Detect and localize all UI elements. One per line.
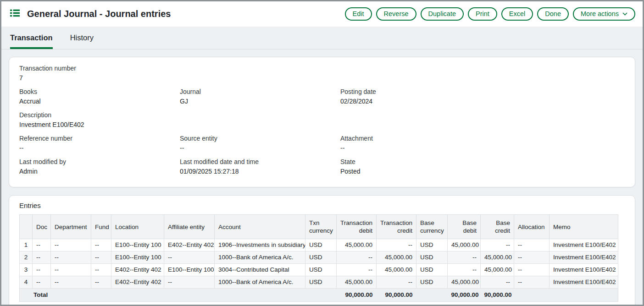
done-button[interactable]: Done	[537, 7, 569, 21]
field-description: DescriptionInvestment E100/E402	[19, 111, 180, 129]
table-row: 2------E100--Entity 100--1000--Bank of A…	[20, 251, 618, 264]
field-label: State	[340, 158, 625, 166]
field-label: Source entity	[180, 135, 340, 142]
field-value: Posted	[340, 168, 625, 175]
cell-location: E402--Entity 402	[111, 276, 164, 289]
col-txn_debit: Transaction debit	[337, 215, 377, 239]
cell-base_credit: 45,000.00	[481, 251, 514, 264]
entries-card: Entries DocDepartmentFundLocationAffilia…	[9, 195, 635, 306]
field-label: Attachment	[340, 135, 625, 142]
col-base_debit: Base debit	[448, 215, 481, 239]
cell-txn_credit: --	[377, 239, 416, 251]
journal-list-icon[interactable]	[10, 8, 20, 20]
header-row: DocDepartmentFundLocationAffiliate entit…	[20, 215, 618, 239]
field-transaction-number: Transaction number7	[19, 65, 180, 82]
entries-table-head: DocDepartmentFundLocationAffiliate entit…	[20, 215, 618, 239]
tab-transaction[interactable]: Transaction	[10, 33, 53, 49]
col-txn_credit: Transaction credit	[377, 215, 416, 239]
cell-allocation: --	[514, 239, 550, 251]
field-value: --	[180, 144, 340, 152]
cell-num: 4	[20, 276, 33, 289]
cell-base_debit: 45,000.00	[448, 276, 481, 289]
total-base_currency	[416, 289, 448, 302]
button-label: Edit	[353, 11, 364, 17]
more-actions-button[interactable]: More actions	[573, 7, 635, 21]
entries-table: DocDepartmentFundLocationAffiliate entit…	[19, 214, 618, 302]
cell-txn_credit: 45,000.00	[377, 251, 416, 264]
field-label: Books	[19, 88, 180, 96]
button-label: Done	[545, 11, 561, 17]
cell-affiliate: E100--Entity 100	[164, 264, 215, 276]
entries-table-body: 1------E100--Entity 100E402--Entity 4021…	[20, 239, 618, 289]
col-account: Account	[215, 215, 305, 239]
cell-allocation: --	[514, 264, 550, 276]
field-value: 01/09/2025 15:27:18	[180, 168, 340, 175]
cell-department: --	[51, 239, 91, 251]
header-actions: EditReverseDuplicatePrintExcelDoneMore a…	[345, 7, 635, 21]
cell-txn_debit: --	[337, 251, 377, 264]
cell-txn_currency: USD	[305, 239, 337, 251]
cell-txn_debit: 45,000.00	[337, 276, 377, 289]
total-location	[111, 289, 164, 302]
field-value: 02/28/2024	[340, 98, 625, 105]
cell-txn_currency: USD	[305, 276, 337, 289]
print-button[interactable]: Print	[468, 7, 497, 21]
field-reference-number: Reference number--	[19, 135, 180, 152]
total-txn_credit: 90,000.00	[377, 289, 416, 302]
page-header: General Journal - Journal entries EditRe…	[1, 1, 643, 27]
cell-base_currency: USD	[416, 239, 448, 251]
entries-heading: Entries	[19, 202, 625, 209]
col-base_currency: Base currency	[416, 215, 448, 239]
field-value: Accrual	[19, 98, 180, 105]
col-base_credit: Base credit	[481, 215, 514, 239]
total-row: Total90,000.0090,000.0090,000.0090,000.0…	[20, 289, 618, 302]
cell-doc: --	[33, 251, 51, 264]
table-row: 1------E100--Entity 100E402--Entity 4021…	[20, 239, 618, 251]
reverse-button[interactable]: Reverse	[376, 7, 416, 21]
cell-base_debit: 45,000.00	[448, 239, 481, 251]
button-label: Reverse	[384, 11, 409, 17]
excel-button[interactable]: Excel	[501, 7, 533, 21]
detail-row: Transaction number7	[19, 65, 625, 82]
detail-row: Reference number--Source entity--Attachm…	[19, 135, 625, 152]
col-txn_currency: Txn currency	[305, 215, 337, 239]
cell-base_currency: USD	[416, 276, 448, 289]
button-label: Excel	[509, 11, 525, 17]
cell-affiliate: --	[164, 251, 215, 264]
chevron-down-icon	[622, 12, 627, 16]
field-value: --	[19, 144, 180, 152]
edit-button[interactable]: Edit	[345, 7, 372, 21]
cell-txn_debit: 45,000.00	[337, 239, 377, 251]
total-department	[51, 289, 91, 302]
cell-account: 1906--Investments in subsidiary	[215, 239, 305, 251]
total-txn_currency	[305, 289, 337, 302]
field-label: Transaction number	[19, 65, 180, 72]
total-account	[215, 289, 305, 302]
col-allocation: Allocation	[514, 215, 550, 239]
field-last-modified-date-and-time: Last modified date and time01/09/2025 15…	[180, 158, 340, 175]
field-label: Description	[19, 111, 180, 119]
cell-department: --	[51, 264, 91, 276]
cell-txn_credit: 45,000.00	[377, 264, 416, 276]
cell-base_currency: USD	[416, 264, 448, 276]
cell-department: --	[51, 276, 91, 289]
total-base_debit: 90,000.00	[448, 289, 481, 302]
cell-doc: --	[33, 239, 51, 251]
field-posting-date: Posting date02/28/2024	[340, 88, 625, 105]
field-books: BooksAccrual	[19, 88, 180, 105]
button-label: Duplicate	[428, 11, 456, 17]
cell-memo: Investment E100/E402	[550, 251, 618, 264]
field-value: Admin	[19, 168, 180, 175]
cell-fund: --	[91, 239, 111, 251]
cell-memo: Investment E100/E402	[550, 264, 618, 276]
cell-fund: --	[91, 276, 111, 289]
col-doc: Doc	[33, 215, 51, 239]
field-journal: JournalGJ	[180, 88, 340, 105]
tab-history[interactable]: History	[70, 33, 94, 49]
cell-txn_currency: USD	[305, 264, 337, 276]
cell-txn_debit: --	[337, 264, 377, 276]
cell-base_credit: --	[481, 276, 514, 289]
cell-base_debit: --	[448, 264, 481, 276]
duplicate-button[interactable]: Duplicate	[421, 7, 464, 21]
cell-department: --	[51, 251, 91, 264]
